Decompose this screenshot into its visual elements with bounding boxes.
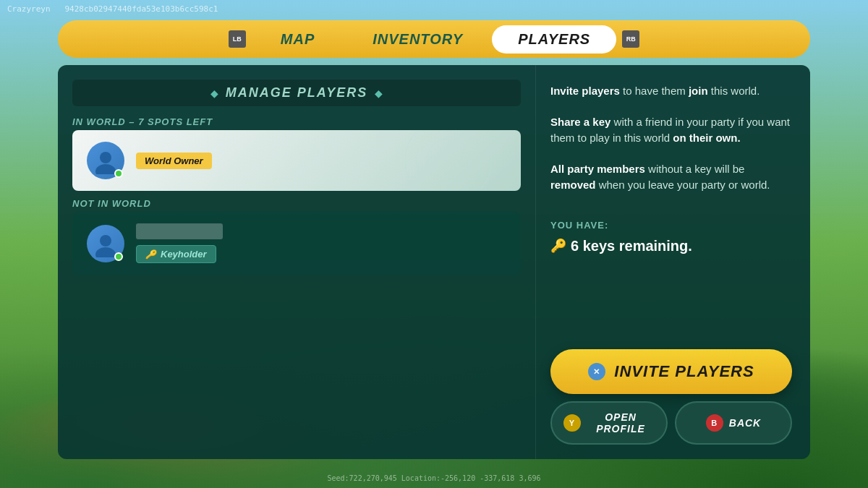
nav-item-players[interactable]: PLAYERS (492, 25, 616, 53)
nav-item-map[interactable]: MAP (252, 25, 344, 53)
not-in-world-section-wrapper: NOT IN WORLD 🔑 (72, 198, 521, 275)
removed-bold: removed (550, 179, 596, 191)
on-their-own-bold: on their own. (673, 132, 740, 144)
left-section: ◆ MANAGE PLAYERS ◆ IN WORLD – 7 SPOTS LE… (58, 65, 535, 459)
open-profile-button[interactable]: Y OPEN PROFILE (550, 401, 668, 445)
world-owner-card[interactable]: World Owner (72, 130, 521, 191)
avatar-online-dot (114, 169, 123, 178)
keys-section: YOU HAVE: 🔑 6 keys remaining. (550, 220, 792, 254)
invite-players-button[interactable]: ✕ INVITE PLAYERS (550, 349, 792, 394)
keyholder-avatar (87, 225, 124, 262)
keys-count-text: 6 keys remaining. (571, 238, 692, 254)
svg-point-0 (100, 152, 111, 163)
invite-bold: Invite players (550, 85, 620, 97)
keyholder-info: 🔑 Keyholder (136, 223, 223, 263)
keys-icon: 🔑 (550, 238, 566, 254)
nav-item-inventory[interactable]: INVENTORY (344, 25, 492, 53)
nav-right-group: PLAYERS RB (492, 25, 639, 53)
username-bar: Crazyreyn 9428cb02947440fda53e103b6cc598… (7, 4, 218, 14)
not-in-world-card[interactable]: 🔑 Keyholder (72, 212, 521, 275)
world-owner-info: World Owner (136, 153, 212, 169)
svg-point-1 (95, 164, 116, 174)
rb-button[interactable]: RB (622, 30, 639, 48)
join-bold: join (689, 85, 708, 97)
you-have-label: YOU HAVE: (550, 220, 792, 231)
buttons-area: ✕ INVITE PLAYERS Y OPEN PROFILE B BACK (550, 349, 792, 445)
back-label: BACK (729, 417, 761, 429)
keys-count-box: 🔑 6 keys remaining. (550, 238, 792, 254)
svg-point-2 (100, 235, 111, 247)
party-members-info-text: All party members without a key will be … (550, 161, 792, 194)
world-owner-avatar (87, 142, 124, 179)
not-in-world-label: NOT IN WORLD (72, 198, 521, 209)
panel-title-bar: ◆ MANAGE PLAYERS ◆ (72, 80, 521, 106)
open-profile-label: OPEN PROFILE (587, 411, 655, 435)
svg-point-3 (95, 247, 116, 257)
left-inner: IN WORLD – 7 SPOTS LEFT World Owner (72, 116, 521, 445)
world-owner-badge: World Owner (136, 153, 212, 169)
lb-button[interactable]: LB (229, 30, 246, 48)
in-world-label: IN WORLD – 7 SPOTS LEFT (72, 116, 521, 127)
key-icon: 🔑 (145, 249, 156, 260)
share-key-bold: Share a key (550, 116, 610, 128)
nav-left-bumper-group: LB MAP (229, 25, 344, 53)
status-bar: Seed:722,270,945 Location:-256,120 -337,… (0, 474, 868, 482)
user-id: 9428cb02947440fda53e103b6cc598c1 (64, 4, 218, 14)
diamond-right-icon: ◆ (375, 87, 383, 99)
right-section: Invite players to have them join this wo… (535, 65, 810, 459)
diamond-left-icon: ◆ (210, 87, 218, 99)
secondary-buttons-row: Y OPEN PROFILE B BACK (550, 401, 792, 445)
status-text: Seed:722,270,945 Location:-256,120 -337,… (327, 474, 540, 482)
party-members-bold: All party members (550, 163, 645, 175)
panel-title-text: MANAGE PLAYERS (226, 85, 368, 100)
keyholder-online-dot (114, 252, 123, 261)
y-button-icon: Y (563, 414, 581, 432)
keyholder-username-placeholder (136, 223, 223, 239)
main-panel: ◆ MANAGE PLAYERS ◆ IN WORLD – 7 SPOTS LE… (58, 65, 810, 459)
nav-bar: LB MAP INVENTORY PLAYERS RB (58, 20, 810, 58)
username: Crazyreyn (7, 4, 51, 14)
x-button-icon: ✕ (588, 363, 605, 380)
b-button-icon: B (706, 414, 723, 432)
keyholder-badge: 🔑 Keyholder (136, 245, 216, 263)
share-key-info-text: Share a key with a friend in your party … (550, 114, 792, 147)
in-world-section: IN WORLD – 7 SPOTS LEFT World Owner (72, 116, 521, 191)
invite-players-label: INVITE PLAYERS (614, 362, 754, 381)
invite-info-text: Invite players to have them join this wo… (550, 83, 792, 100)
back-button[interactable]: B BACK (675, 401, 792, 445)
